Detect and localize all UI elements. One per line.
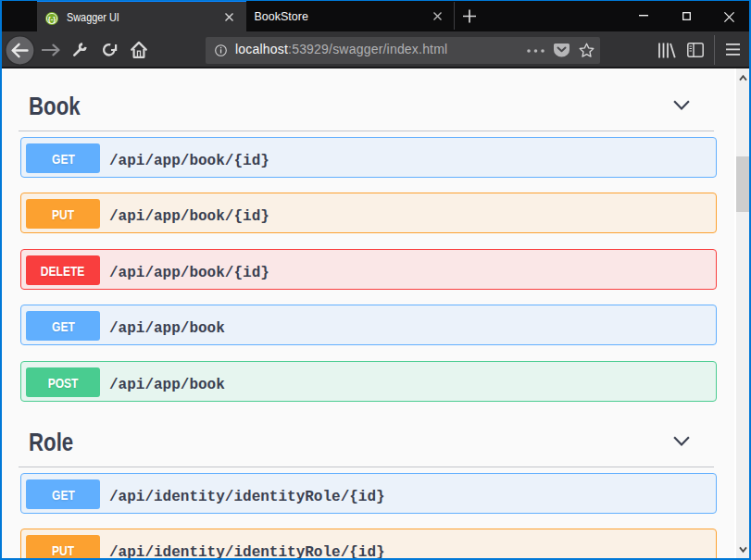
svg-text:{-}: {-}	[48, 14, 56, 22]
